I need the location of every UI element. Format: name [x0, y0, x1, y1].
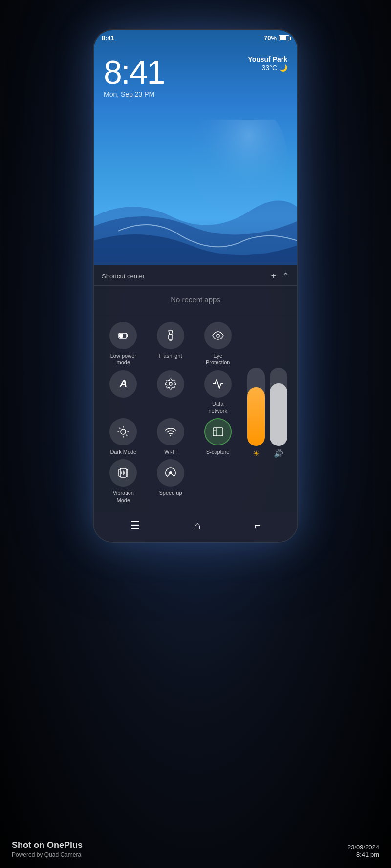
back-button[interactable]: ⌐: [246, 517, 268, 534]
battery-fill: [280, 36, 286, 40]
collapse-button[interactable]: ⌃: [282, 271, 289, 281]
volume-fill: [270, 383, 287, 446]
wifi-icon: [165, 426, 176, 438]
volume-slider-container: 🔊: [270, 368, 287, 458]
no-recent-apps: No recent apps: [94, 286, 297, 314]
dark-mode-button[interactable]: [109, 418, 137, 445]
wifi-label: Wi-Fi: [164, 448, 177, 455]
eye-icon: [212, 330, 224, 341]
speed-up-icon: [165, 467, 176, 479]
vibration-button[interactable]: [109, 459, 137, 487]
dark-mode-label: Dark Mode: [110, 448, 136, 455]
font-a-icon: A: [119, 378, 127, 390]
battery-low-icon: [117, 330, 129, 341]
speed-up-label: Speed up: [159, 489, 182, 496]
clock-time: 8:41: [104, 55, 164, 88]
vibration-icon: [117, 467, 129, 479]
toggle-wifi: Wi-Fi: [149, 418, 193, 455]
svg-rect-3: [120, 334, 123, 337]
shortcut-actions: + ⌃: [271, 271, 289, 281]
wifi-button[interactable]: [157, 418, 184, 445]
eye-protection-button[interactable]: [204, 322, 232, 349]
toggle-dark-mode: Dark Mode: [102, 418, 145, 455]
weather-temp: 33°C 🌙: [248, 64, 287, 72]
brightness-slider[interactable]: [247, 368, 265, 446]
s-capture-button[interactable]: [204, 418, 232, 445]
weather-location: Yousuf Park: [248, 55, 287, 63]
svg-point-7: [169, 382, 172, 385]
svg-point-6: [217, 334, 219, 337]
status-left: 8:41: [102, 34, 114, 42]
toggle-vibration: VibrationMode: [102, 459, 145, 504]
nav-bar: ☰ ⌂ ⌐: [94, 511, 297, 542]
menu-button[interactable]: ☰: [123, 517, 148, 534]
volume-slider[interactable]: [270, 368, 287, 446]
toggle-grid: Low powermode Flashlight: [102, 322, 239, 504]
s-capture-label: S-capture: [206, 448, 230, 455]
footer-left: Shot on OnePlus Powered by Quad Camera: [12, 840, 83, 858]
dark-mode-icon: [117, 426, 129, 438]
clock-date: Mon, Sep 23 PM: [104, 90, 164, 98]
quick-toggles-area: Low powermode Flashlight: [94, 314, 297, 511]
toggle-s-capture: S-capture: [196, 418, 239, 455]
footer-brand: Shot on OnePlus: [12, 840, 83, 850]
footer-time: 8:41 pm: [348, 851, 379, 858]
control-center: Shortcut center + ⌃ No recent apps: [94, 265, 297, 542]
footer-sub: Powered by Quad Camera: [12, 851, 83, 858]
toggle-eye-protection: EyeProtection: [196, 322, 239, 366]
shortcut-title: Shortcut center: [102, 273, 145, 280]
add-shortcut-button[interactable]: +: [271, 271, 276, 281]
volume-icon: 🔊: [274, 449, 283, 458]
flashlight-label: Flashlight: [159, 352, 182, 359]
low-power-button[interactable]: [109, 322, 137, 349]
footer-date: 23/09/2024: [348, 844, 379, 851]
footer-bar: Shot on OnePlus Powered by Quad Camera 2…: [0, 832, 391, 868]
vibration-label: VibrationMode: [113, 489, 134, 504]
toggle-low-power: Low powermode: [102, 322, 145, 366]
toggle-settings: [149, 370, 193, 415]
brightness-icon: ☀: [253, 449, 260, 458]
status-bar: 8:41 70%: [94, 30, 297, 45]
status-right: 70%: [264, 34, 289, 42]
svg-rect-4: [169, 335, 173, 339]
s-capture-icon: [212, 426, 224, 438]
clock-left: 8:41 Mon, Sep 23 PM: [104, 55, 164, 98]
speed-up-button[interactable]: [157, 459, 184, 487]
brightness-fill: [247, 387, 265, 446]
footer-right: 23/09/2024 8:41 pm: [348, 844, 379, 858]
clock-area: 8:41 Mon, Sep 23 PM Yousuf Park 33°C 🌙: [94, 45, 297, 103]
battery-icon: [279, 35, 289, 41]
eye-protection-label: EyeProtection: [206, 352, 230, 366]
data-network-icon: [212, 378, 224, 390]
phone-frame: 8:41 70% 8:41 Mon, Sep 23 PM Yousuf Park…: [93, 29, 298, 543]
settings-button[interactable]: [157, 370, 184, 398]
svg-rect-16: [213, 428, 223, 436]
lockscreen: 8:41 70% 8:41 Mon, Sep 23 PM Yousuf Park…: [94, 30, 297, 265]
shortcut-header: Shortcut center + ⌃: [94, 265, 297, 286]
flashlight-icon: [165, 330, 176, 341]
status-time: 8:41: [102, 34, 114, 42]
data-network-button[interactable]: [204, 370, 232, 398]
low-power-label: Low powermode: [110, 352, 136, 366]
data-network-label: Datanetwork: [208, 401, 227, 415]
brightness-slider-container: ☀: [247, 368, 265, 458]
toggle-flashlight: Flashlight: [149, 322, 193, 366]
settings-icon: [165, 378, 176, 390]
font-button[interactable]: A: [109, 370, 137, 398]
toggle-speed-up: Speed up: [149, 459, 193, 504]
svg-line-12: [127, 435, 127, 436]
weather-icon: 🌙: [279, 64, 287, 72]
sliders-area: ☀ 🔊: [245, 322, 289, 504]
battery-percent: 70%: [264, 34, 277, 42]
toggle-data-network: Datanetwork: [196, 370, 239, 415]
flashlight-button[interactable]: [157, 322, 184, 349]
weather-info: Yousuf Park 33°C 🌙: [248, 55, 287, 72]
toggle-font: A: [102, 370, 145, 415]
svg-line-11: [120, 428, 120, 428]
home-button[interactable]: ⌂: [186, 517, 208, 534]
svg-point-8: [121, 429, 126, 434]
wallpaper-art: [94, 120, 297, 265]
weather-temp-value: 33°C: [262, 64, 277, 72]
svg-point-22: [170, 472, 172, 474]
